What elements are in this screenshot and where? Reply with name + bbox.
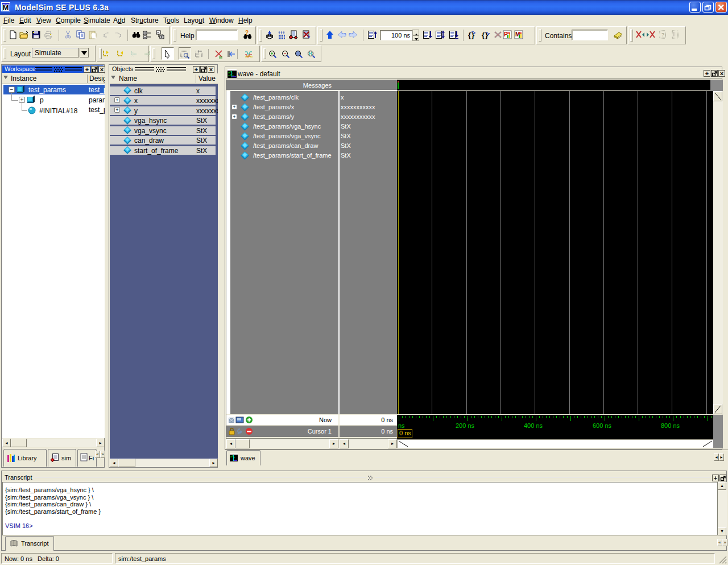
svg-text:{: { [468,31,471,39]
svg-text:P: P [504,31,508,38]
svg-text:?: ? [245,30,249,36]
svg-text:{: { [482,31,485,39]
svg-text:}: } [485,31,488,39]
svg-text:?: ? [661,32,664,38]
svg-text:M: M [3,3,9,11]
